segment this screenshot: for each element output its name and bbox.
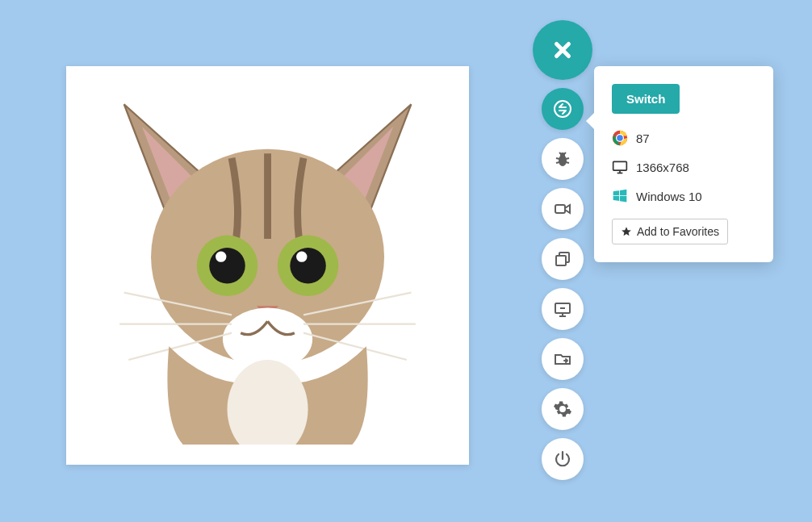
svg-line-23 [556,162,559,163]
svg-point-34 [561,407,564,411]
svg-rect-38 [613,161,627,170]
preview-image [66,66,469,465]
windows-icon [612,188,628,204]
svg-point-37 [617,135,623,141]
resolution-button[interactable] [542,288,584,330]
svg-point-18 [555,101,571,117]
session-popover: Switch 87 1366x768 [594,66,773,262]
monitor-icon [612,159,628,175]
record-video-button[interactable] [542,188,584,230]
os-info-row: Windows 10 [612,182,755,211]
screenshot-button[interactable] [542,238,584,280]
bug-icon [553,149,572,169]
chrome-icon [612,130,628,146]
svg-point-6 [216,251,226,261]
close-button[interactable] [533,20,592,80]
svg-line-25 [559,152,561,154]
svg-line-21 [556,158,559,159]
video-icon [553,199,572,219]
resolution-info-row: 1366x768 [612,152,755,182]
power-icon [553,449,572,469]
svg-rect-29 [556,256,566,265]
gear-icon [553,399,572,419]
switch-button[interactable]: Switch [612,84,680,114]
report-bug-button[interactable] [542,138,584,180]
svg-line-22 [566,158,569,159]
browser-version-label: 87 [636,132,650,145]
svg-point-7 [296,251,307,261]
cat-placeholder-image [86,86,449,445]
browser-info-row: 87 [612,123,755,152]
swap-icon [553,99,572,119]
layers-icon [553,249,572,269]
stop-session-button[interactable] [542,438,584,480]
os-label: Windows 10 [636,190,702,203]
screen-resolution-icon [553,299,572,319]
folder-icon [553,349,572,369]
settings-button[interactable] [542,388,584,430]
svg-point-4 [209,248,245,283]
resolution-label: 1366x768 [636,161,689,174]
svg-rect-27 [555,205,565,213]
star-icon [621,226,632,237]
switch-session-button[interactable] [542,88,584,130]
add-to-favorites-button[interactable]: Add to Favorites [612,219,728,244]
svg-line-26 [564,152,566,154]
svg-line-24 [566,162,569,163]
close-icon [550,38,575,62]
preview-frame [66,66,469,465]
vertical-toolbar [533,20,592,480]
favorites-label: Add to Favorites [637,225,719,238]
svg-point-5 [290,248,325,283]
files-button[interactable] [542,338,584,380]
